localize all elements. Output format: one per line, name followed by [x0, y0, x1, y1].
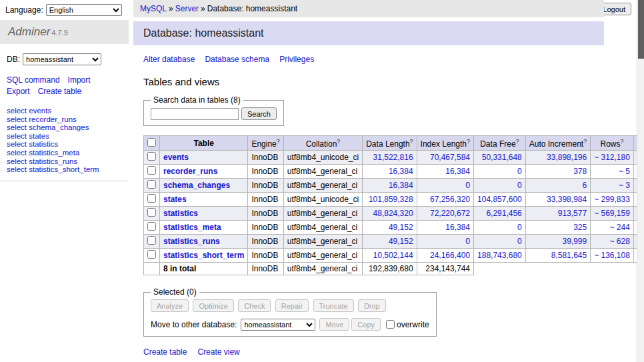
sidebar-actions: SQL commandImport ExportCreate table [7, 75, 120, 97]
table-total-row: 8 in total InnoDB utf8mb4_general_ci 192… [144, 263, 644, 275]
index-length-cell: 0 [417, 235, 473, 249]
column-help-link[interactable]: ? [621, 138, 624, 145]
row-checkbox[interactable] [147, 236, 156, 245]
total-engine-cell: InnoDB [248, 263, 283, 275]
search-button[interactable]: Search [241, 107, 277, 120]
sidebar-table-link-schema-changes[interactable]: select schema_changes [7, 123, 129, 132]
move-database-select[interactable]: homeassistant [241, 319, 315, 331]
table-link[interactable]: events [163, 153, 189, 162]
copy-button[interactable]: Copy [351, 318, 381, 331]
column-help-link[interactable]: ? [337, 138, 340, 145]
truncate-button[interactable]: Truncate [313, 299, 354, 312]
sidebar-link-sql-command[interactable]: SQL command [7, 75, 60, 85]
move-button[interactable]: Move [319, 318, 349, 331]
auto-increment-cell: 33,398,984 [525, 193, 590, 207]
sidebar: Adminer4.7.9 DB:homeassistant SQL comman… [0, 20, 129, 181]
app-version: 4.7.9 [51, 29, 67, 37]
overwrite-label[interactable]: overwrite [397, 320, 429, 329]
table-link[interactable]: statistics [163, 209, 198, 218]
collation-cell: utf8mb4_general_ci [283, 221, 362, 235]
row-checkbox[interactable] [147, 152, 156, 161]
repair-button[interactable]: Repair [275, 299, 309, 312]
tables-and-views-heading: Tables and views [143, 76, 604, 87]
column-header-index-length: Index Length? [417, 136, 473, 151]
engine-cell: InnoDB [248, 179, 283, 193]
db-selector-row: DB:homeassistant [7, 53, 129, 65]
table-link[interactable]: schema_changes [163, 181, 230, 190]
sidebar-table-link-states[interactable]: select states [7, 132, 129, 141]
sidebar-table-link-statistics-short-term[interactable]: select statistics_short_term [7, 165, 129, 174]
create-view-link[interactable]: Create view [197, 347, 239, 357]
index-length-cell: 0 [417, 179, 473, 193]
column-header-collation: Collation? [283, 136, 362, 151]
db-label: DB: [7, 55, 20, 64]
language-label: Language: [5, 5, 43, 15]
row-checkbox[interactable] [147, 222, 156, 231]
row-checkbox[interactable] [147, 208, 156, 217]
engine-cell: InnoDB [248, 151, 283, 165]
table-link[interactable]: recorder_runs [163, 167, 217, 176]
sidebar-link-import[interactable]: Import [68, 75, 91, 85]
data-length-cell: 101,859,328 [363, 193, 417, 207]
row-checkbox[interactable] [147, 166, 156, 175]
row-checkbox[interactable] [147, 194, 156, 203]
privileges-link[interactable]: Privileges [279, 55, 314, 64]
auto-increment-cell: 6 [525, 179, 590, 193]
table-name-cell: statistics_short_term [160, 249, 248, 263]
sidebar-table-link-events[interactable]: select events [7, 107, 129, 115]
table-link[interactable]: statistics_meta [163, 223, 221, 232]
table-link[interactable]: statistics_runs [163, 237, 220, 246]
check-button[interactable]: Check [238, 299, 271, 312]
sidebar-link-export[interactable]: Export [7, 87, 30, 96]
table-row-recorder-runs: recorder_runs InnoDB utf8mb4_general_ci … [144, 165, 644, 179]
column-help-link[interactable]: ? [410, 138, 413, 145]
optimize-button[interactable]: Optimize [193, 299, 233, 312]
table-row-statistics-runs: statistics_runs InnoDB utf8mb4_general_c… [144, 235, 644, 249]
app-name: Adminer [8, 25, 50, 38]
sidebar-link-create-table[interactable]: Create table [38, 87, 81, 96]
column-help-link[interactable]: ? [277, 138, 280, 145]
collation-cell: utf8mb4_general_ci [283, 235, 362, 249]
table-name-cell: events [160, 151, 248, 165]
column-help-link[interactable]: ? [467, 138, 470, 145]
create-table-link[interactable]: Create table [143, 347, 187, 357]
sidebar-table-link-statistics-runs[interactable]: select statistics_runs [7, 157, 129, 166]
drop-button[interactable]: Drop [358, 299, 386, 312]
sidebar-table-link-statistics[interactable]: select statistics [7, 140, 129, 149]
sidebar-table-link-statistics-meta[interactable]: select statistics_meta [7, 149, 129, 157]
auto-increment-cell: 33,898,196 [525, 151, 590, 165]
overwrite-checkbox[interactable] [386, 320, 395, 329]
search-input[interactable] [151, 108, 239, 120]
database-schema-link[interactable]: Database schema [205, 55, 269, 64]
collation-cell: utf8mb4_unicode_ci [283, 193, 362, 207]
total-data-length-cell: 192,839,680 [363, 263, 417, 275]
row-checkbox[interactable] [147, 250, 156, 259]
data-free-cell: 0 [474, 221, 526, 235]
auto-increment-cell: 913,577 [525, 207, 590, 221]
analyze-button[interactable]: Analyze [151, 299, 189, 312]
database-actions: Alter databaseDatabase schemaPrivileges [143, 55, 604, 64]
column-help-link[interactable]: ? [583, 138, 587, 145]
auto-increment-cell: 378 [525, 165, 590, 179]
language-select[interactable]: English [46, 4, 122, 16]
vertical-scrollbar[interactable] [637, 0, 644, 362]
db-select[interactable]: homeassistant [23, 53, 101, 65]
row-checkbox-cell [144, 151, 160, 165]
total-collation-cell: utf8mb4_general_ci [283, 263, 362, 275]
alter-database-link[interactable]: Alter database [143, 55, 195, 64]
column-help-link[interactable]: ? [516, 138, 519, 145]
breadcrumb: MySQL»Server»Database: homeassistant [133, 0, 604, 17]
scrollbar-thumb[interactable] [638, 0, 644, 59]
row-checkbox-cell [144, 179, 160, 193]
sidebar-table-link-recorder-runs[interactable]: select recorder_runs [7, 115, 129, 124]
breadcrumb-mysql-link[interactable]: MySQL [140, 4, 167, 13]
breadcrumb-server-link[interactable]: Server [175, 4, 199, 13]
data-free-cell: 0 [474, 235, 526, 249]
row-checkbox[interactable] [147, 180, 156, 189]
table-link[interactable]: states [163, 195, 187, 204]
select-all-checkbox[interactable] [147, 138, 156, 147]
table-link[interactable]: statistics_short_term [163, 251, 244, 260]
auto-increment-cell: 325 [525, 221, 590, 235]
header-checkbox-cell [144, 136, 160, 151]
table-row-statistics: statistics InnoDB utf8mb4_general_ci 48,… [144, 207, 644, 221]
